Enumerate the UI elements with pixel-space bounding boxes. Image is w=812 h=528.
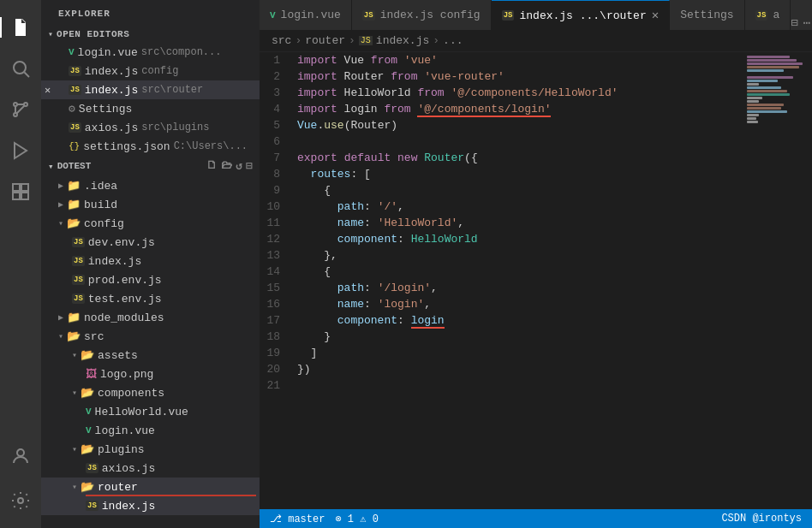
svg-point-0 [14, 62, 26, 74]
tab-login-vue[interactable]: V login.vue [260, 0, 352, 30]
code-line-16: 16 name: 'login', [260, 296, 743, 312]
line-content: path: '/login', [294, 280, 743, 296]
open-editor-settings-json[interactable]: {} settings.json C:\Users\... [41, 137, 260, 156]
open-editor-index-router[interactable]: ✕ JS index.js src\router [41, 80, 260, 99]
folder-name: assets [98, 349, 138, 362]
folder-chevron: ▶ [58, 312, 63, 323]
open-editor-login-vue[interactable]: V login.vue src\compon... [41, 43, 260, 62]
status-bar: ⎇ master ⊗ 1 ⚠ 0 CSDN @irontys [260, 509, 812, 528]
error-status[interactable]: ⊗ 1 ⚠ 0 [335, 513, 378, 525]
open-editor-index-config[interactable]: JS index.js config [41, 62, 260, 80]
line-content: }) [294, 361, 743, 377]
file-name: login.vue [95, 424, 155, 437]
tab-label: a [773, 9, 779, 21]
line-content: { [294, 264, 743, 280]
open-editors-chevron: ▾ [48, 29, 53, 39]
breadcrumb-filename[interactable]: index.js [376, 34, 429, 47]
folder-name: config [84, 217, 124, 230]
folder-icon: 📁 [67, 311, 81, 324]
file-name: HelloWorld.vue [95, 406, 188, 418]
svg-line-7 [17, 106, 25, 114]
folder-icon: 📁 [67, 198, 81, 211]
folder-plugins[interactable]: ▾ 📂 plugins [41, 440, 260, 459]
code-line-14: 14 { [260, 264, 743, 280]
new-folder-icon[interactable]: 🗁 [221, 159, 232, 173]
editor[interactable]: 1 import Vue from 'vue' 2 import Router … [260, 52, 743, 509]
more-actions-icon[interactable]: ⋯ [803, 15, 810, 30]
folder-chevron: ▾ [72, 444, 77, 454]
folder-name: src [84, 330, 104, 343]
file-dev-env[interactable]: JS dev.env.js [41, 233, 260, 252]
refresh-icon[interactable]: ↺ [236, 159, 242, 173]
extensions-icon[interactable] [0, 171, 41, 212]
search-icon[interactable] [0, 48, 41, 89]
file-logo-png[interactable]: 🖼 logo.png [41, 365, 260, 383]
file-login-vue[interactable]: V login.vue [41, 421, 260, 440]
tab-close-button[interactable]: ✕ [652, 9, 659, 21]
folder-open-icon: 📂 [67, 217, 81, 230]
account-icon[interactable] [0, 436, 41, 477]
source-control-icon[interactable] [0, 89, 41, 130]
folder-build[interactable]: ▶ 📁 build [41, 195, 260, 214]
folder-router[interactable]: ▾ 📂 router [41, 478, 260, 496]
folder-idea[interactable]: ▶ 📁 .idea [41, 176, 260, 195]
tab-settings[interactable]: Settings [670, 0, 744, 30]
line-content: routes: [ [294, 166, 743, 182]
folder-node-modules[interactable]: ▶ 📁 node_modules [41, 308, 260, 327]
line-content: } [294, 329, 743, 345]
breadcrumb-router[interactable]: router [305, 34, 345, 47]
files-icon[interactable] [0, 7, 41, 48]
breadcrumb-symbol[interactable]: ... [443, 34, 463, 47]
open-editor-settings[interactable]: ⚙ Settings [41, 99, 260, 118]
collapse-icon[interactable]: ⊟ [246, 159, 253, 173]
mini-line [747, 121, 758, 123]
js-icon: JS [72, 294, 85, 304]
file-index-config[interactable]: JS index.js [41, 252, 260, 270]
line-content: name: 'HelloWorld', [294, 215, 743, 231]
line-number: 13 [260, 247, 294, 264]
svg-point-3 [24, 103, 27, 106]
line-content: import login from '@/components/login' [294, 101, 743, 117]
git-branch-status[interactable]: ⎇ master [270, 513, 325, 525]
tab-label: index.js config [380, 9, 481, 21]
file-axios[interactable]: JS axios.js [41, 459, 260, 478]
tab-index-router[interactable]: JS index.js ...\router ✕ [492, 0, 670, 30]
svg-line-1 [25, 73, 30, 78]
settings-icon[interactable] [0, 480, 41, 521]
mini-line [747, 83, 759, 86]
file-helloworld-vue[interactable]: V HelloWorld.vue [41, 402, 260, 421]
line-number: 11 [260, 215, 294, 231]
run-icon[interactable] [0, 130, 41, 171]
settings-file-icon: ⚙ [69, 102, 75, 116]
folder-assets[interactable]: ▾ 📂 assets [41, 346, 260, 365]
open-editor-axios[interactable]: JS axios.js src\plugins [41, 118, 260, 137]
folder-components[interactable]: ▾ 📂 components [41, 383, 260, 402]
js-icon: JS [69, 66, 81, 76]
open-editors-header[interactable]: ▾ OPEN EDITORS [41, 26, 260, 43]
dotest-header[interactable]: ▾ DOTEST 🗋 🗁 ↺ ⊟ [41, 156, 260, 176]
open-file-name: axios.js [85, 122, 138, 134]
new-file-icon[interactable]: 🗋 [206, 159, 218, 173]
folder-open-icon: 📂 [81, 348, 94, 362]
folder-config[interactable]: ▾ 📂 config [41, 214, 260, 233]
line-number: 1 [260, 52, 294, 68]
tab-a[interactable]: JS a [745, 0, 791, 30]
line-content: }, [294, 247, 743, 264]
code-line-5: 5 Vue.use(Router) [260, 117, 743, 133]
file-index-router[interactable]: JS index.js [41, 496, 260, 515]
svg-marker-8 [15, 143, 27, 158]
close-button[interactable]: ✕ [45, 84, 51, 97]
split-editor-icon[interactable]: ⊟ [791, 15, 797, 30]
code-line-6: 6 [260, 133, 743, 150]
dotest-actions: 🗋 🗁 ↺ ⊟ [206, 159, 253, 173]
tab-label: Settings [680, 9, 733, 21]
folder-src[interactable]: ▾ 📂 src [41, 327, 260, 346]
folder-chevron: ▾ [58, 218, 63, 228]
file-prod-env[interactable]: JS prod.env.js [41, 270, 260, 289]
js-icon: JS [69, 122, 81, 133]
tab-index-config[interactable]: JS index.js config [352, 0, 492, 30]
folder-chevron: ▾ [58, 331, 63, 341]
breadcrumb-src[interactable]: src [272, 34, 291, 47]
file-test-env[interactable]: JS test.env.js [41, 289, 260, 308]
tab-label: index.js ...\router [519, 9, 646, 22]
